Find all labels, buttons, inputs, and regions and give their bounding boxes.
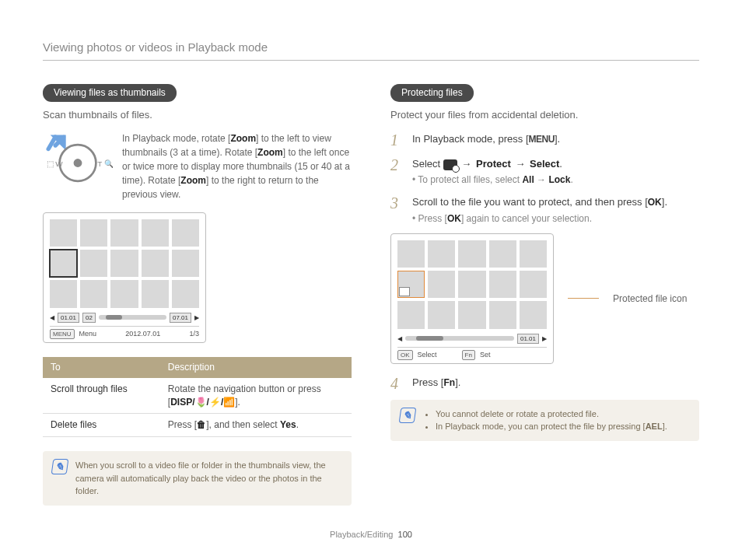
table-row: Delete files Press [🗑], and then select …	[43, 414, 352, 437]
zoom-dial-icon: ⬚ W T 🔍	[43, 131, 113, 187]
th-desc: Description	[160, 357, 352, 378]
svg-text:T 🔍: T 🔍	[97, 159, 113, 169]
svg-point-1	[74, 159, 82, 167]
fn-chip: Fn	[462, 350, 475, 360]
th-to: To	[43, 357, 160, 378]
svg-text:⬚ W: ⬚ W	[47, 159, 64, 168]
step: 3 Scroll to the file you want to protect…	[390, 194, 699, 226]
step: 1 In Playback mode, press [MENU].	[390, 131, 699, 149]
step: 2 Select → Protect → Select. To protect …	[390, 156, 699, 187]
right-column: Protecting files Protect your files from…	[390, 84, 699, 506]
date-chip: 02	[82, 313, 96, 323]
left-column: Viewing files as thumbnails Scan thumbna…	[43, 84, 352, 506]
step-number: 4	[390, 375, 404, 392]
thumbnail-grid: ◀ 01.01 02 07.01 ▶ MENU Menu 2012.07.01 …	[43, 212, 206, 343]
page-header: Viewing photos or videos in Playback mod…	[43, 39, 699, 61]
fn-label: Set	[480, 350, 491, 360]
step: 4 Press [Fn].	[390, 375, 699, 392]
lead-text: Scan thumbnails of files.	[43, 108, 352, 122]
page-footer: Playback/Editing 100	[0, 529, 742, 541]
menu-label: Menu	[79, 329, 97, 339]
note-box: ✎ You cannot delete or rotate a protecte…	[390, 400, 699, 441]
ok-chip: OK	[397, 350, 413, 360]
table-row: Scroll through files Rotate the navigati…	[43, 378, 352, 414]
protect-thumbnail-grid: ◀ 01.01 ▶ OK Select Fn Set	[390, 233, 554, 364]
note-icon: ✎	[51, 459, 69, 474]
lead-text: Protect your files from accidental delet…	[390, 108, 699, 122]
folder-gear-icon	[443, 159, 457, 170]
date-chip: 07.01	[170, 313, 191, 323]
callout-line	[568, 298, 599, 299]
note-item: You cannot delete or rotate a protected …	[436, 408, 667, 421]
step-number: 2	[390, 156, 404, 187]
protected-thumbnail	[397, 271, 425, 298]
action-table: To Description Scroll through files Rota…	[43, 357, 352, 437]
step-number: 1	[390, 131, 404, 149]
note-box: ✎ When you scroll to a video file or fol…	[43, 451, 352, 506]
note-text: When you scroll to a video file or folde…	[75, 459, 342, 498]
footer-counter: 1/3	[189, 329, 199, 339]
menu-chip: MENU	[50, 329, 75, 339]
note-icon: ✎	[399, 408, 417, 423]
section-pill-thumbnails: Viewing files as thumbnails	[43, 84, 177, 102]
ok-label: Select	[418, 350, 437, 360]
date-chip: 01.01	[58, 313, 79, 323]
note-item: In Playback mode, you can protect the fi…	[436, 420, 667, 433]
dial-instructions: In Playback mode, rotate [Zoom] to the l…	[122, 131, 352, 201]
section-pill-protecting: Protecting files	[390, 84, 474, 102]
callout-label: Protected file icon	[613, 292, 687, 306]
step-number: 3	[390, 194, 404, 226]
date-chip: 01.01	[517, 334, 539, 344]
footer-date: 2012.07.01	[101, 329, 184, 339]
